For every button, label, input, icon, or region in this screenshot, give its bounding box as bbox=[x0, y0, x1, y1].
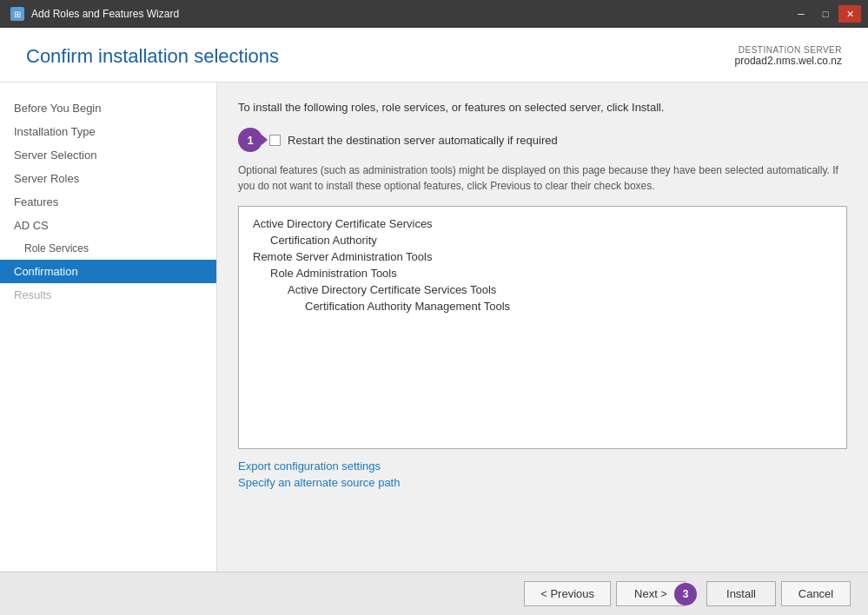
restart-checkbox-label[interactable]: Restart the destination server automatic… bbox=[288, 134, 558, 147]
source-path-link-row: Specify an alternate source path bbox=[238, 476, 847, 489]
install-button[interactable]: Install bbox=[706, 581, 776, 606]
badge-3-number: 3 bbox=[683, 588, 689, 600]
item-adcs-tools: Active Directory Certificate Services To… bbox=[253, 283, 832, 296]
instruction-text: To install the following roles, role ser… bbox=[238, 100, 847, 116]
destination-server: DESTINATION SERVER prodad2.nms.wel.co.nz bbox=[735, 45, 842, 67]
badge-1: 1 bbox=[238, 128, 262, 152]
export-link-row: Export configuration settings bbox=[238, 460, 847, 473]
close-button[interactable]: ✕ bbox=[838, 5, 861, 23]
maximize-button[interactable]: □ bbox=[814, 5, 837, 23]
restart-checkbox[interactable] bbox=[269, 135, 281, 146]
sidebar-item-features[interactable]: Features bbox=[0, 190, 216, 214]
app-icon: ⊞ bbox=[10, 7, 24, 21]
sidebar: Before You Begin Installation Type Serve… bbox=[0, 83, 217, 572]
sidebar-item-server-selection[interactable]: Server Selection bbox=[0, 143, 216, 167]
item-rsat: Remote Server Administration Tools bbox=[253, 250, 832, 263]
optional-text: Optional features (such as administratio… bbox=[238, 162, 847, 194]
item-role-admin-tools: Role Administration Tools bbox=[253, 267, 832, 280]
item-cert-mgmt-tools: Certification Authority Management Tools bbox=[253, 300, 832, 313]
sidebar-item-ad-cs[interactable]: AD CS bbox=[0, 214, 216, 237]
sidebar-item-results[interactable]: Results bbox=[0, 283, 216, 307]
title-bar: ⊞ Add Roles and Features Wizard ─ □ ✕ bbox=[0, 0, 868, 28]
restart-checkbox-row: 1 Restart the destination server automat… bbox=[238, 128, 847, 152]
next-group: Next > 3 bbox=[616, 581, 686, 606]
main-window: Confirm installation selections DESTINAT… bbox=[0, 28, 868, 615]
badge-1-number: 1 bbox=[247, 134, 253, 147]
sidebar-item-installation-type[interactable]: Installation Type bbox=[0, 120, 216, 143]
sidebar-item-confirmation[interactable]: Confirmation bbox=[0, 260, 216, 283]
window-title: Add Roles and Features Wizard bbox=[31, 8, 179, 20]
cancel-button[interactable]: Cancel bbox=[781, 581, 851, 606]
item-cert-authority: Certification Authority bbox=[253, 234, 832, 247]
previous-button[interactable]: < Previous bbox=[524, 581, 611, 606]
title-bar-left: ⊞ Add Roles and Features Wizard bbox=[10, 7, 179, 21]
badge-3: 3 bbox=[674, 583, 697, 605]
header: Confirm installation selections DESTINAT… bbox=[0, 28, 868, 83]
source-path-link[interactable]: Specify an alternate source path bbox=[238, 476, 400, 489]
destination-label: DESTINATION SERVER bbox=[735, 45, 842, 55]
export-link[interactable]: Export configuration settings bbox=[238, 460, 381, 473]
content-area: Before You Begin Installation Type Serve… bbox=[0, 83, 868, 572]
page-title: Confirm installation selections bbox=[26, 45, 279, 68]
minimize-button[interactable]: ─ bbox=[790, 5, 812, 23]
sidebar-item-role-services[interactable]: Role Services bbox=[0, 237, 216, 260]
sidebar-item-server-roles[interactable]: Server Roles bbox=[0, 167, 216, 190]
sidebar-item-before-you-begin[interactable]: Before You Begin bbox=[0, 96, 216, 120]
destination-value: prodad2.nms.wel.co.nz bbox=[735, 55, 842, 67]
item-adcs: Active Directory Certificate Services bbox=[253, 217, 832, 230]
window-controls: ─ □ ✕ bbox=[790, 5, 861, 23]
main-content: To install the following roles, role ser… bbox=[217, 83, 868, 572]
footer: < Previous Next > 3 Install Cancel bbox=[0, 572, 868, 615]
items-box: Active Directory Certificate Services Ce… bbox=[238, 206, 847, 449]
